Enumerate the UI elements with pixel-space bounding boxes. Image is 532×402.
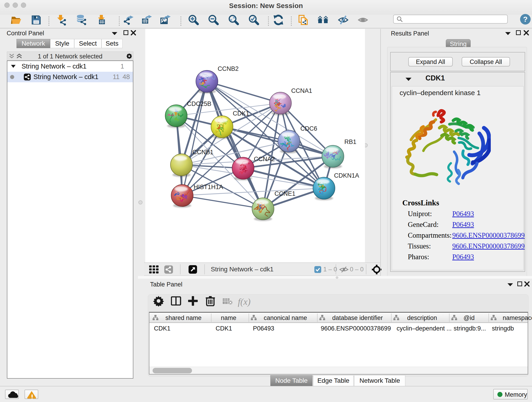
svg-text:CDKN1A: CDKN1A (334, 172, 359, 179)
svg-text:CCNA1: CCNA1 (291, 87, 312, 94)
svg-text:CCNB1: CCNB1 (192, 149, 214, 156)
svg-text:CCNB2: CCNB2 (218, 65, 239, 72)
svg-text:CDK1: CDK1 (233, 110, 249, 117)
svg-text:HIST1H1A: HIST1H1A (194, 184, 223, 191)
svg-text:CCNA2: CCNA2 (254, 156, 275, 162)
svg-text:CDC25B: CDC25B (187, 100, 211, 107)
svg-text:CCNE1: CCNE1 (274, 190, 296, 197)
svg-text:RB1: RB1 (344, 138, 356, 145)
svg-text:?: ? (523, 15, 528, 23)
svg-text:CDC6: CDC6 (300, 125, 317, 132)
